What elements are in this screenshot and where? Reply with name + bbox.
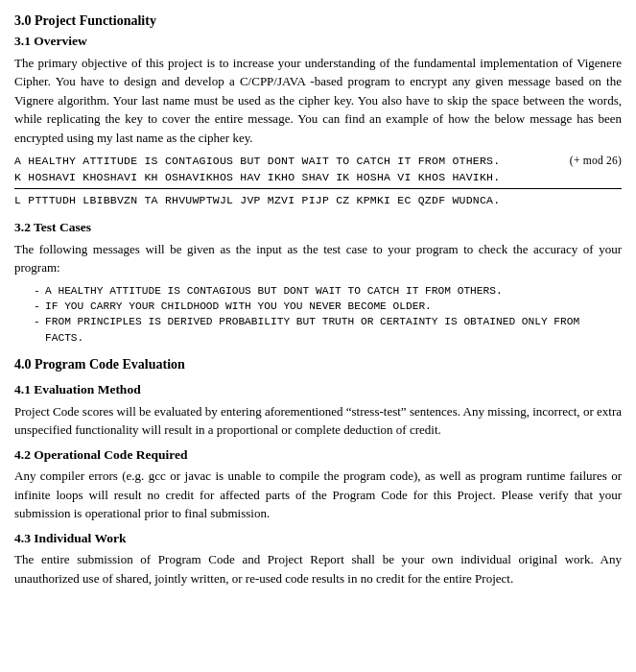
divider-line	[14, 188, 622, 189]
s32-body: The following messages will be given as …	[14, 240, 622, 277]
s41-title: 4.1 Evaluation Method	[14, 380, 622, 399]
s41-section: 4.1 Evaluation Method Project Code score…	[14, 380, 622, 440]
mod-label: (+ mod 26)	[570, 153, 622, 169]
mono-line-1-row: A HEALTHY ATTITUDE IS CONTAGIOUS BUT DON…	[14, 153, 622, 170]
bullet-item-1: A HEALTHY ATTITUDE IS CONTAGIOUS BUT DON…	[34, 283, 622, 299]
s32-section: 3.2 Test Cases The following messages wi…	[14, 218, 622, 346]
s42-body: Any compiler errors (e.g. gcc or javac i…	[14, 467, 622, 523]
bullet-list: A HEALTHY ATTITUDE IS CONTAGIOUS BUT DON…	[34, 283, 622, 346]
s31-title: 3.1 Overview	[14, 32, 622, 51]
s43-body: The entire submission of Program Code an…	[14, 550, 622, 588]
s32-title: 3.2 Test Cases	[14, 218, 622, 237]
bullet-item-2: IF YOU CARRY YOUR CHILDHOOD WITH YOU YOU…	[34, 299, 622, 314]
mono-line-2: K HOSHAVI KHOSHAVI KH OSHAVIKHOS HAV IKH…	[14, 170, 500, 186]
s41-body: Project Code scores will be evaluated by…	[14, 402, 622, 440]
s31-body: The primary objective of this project is…	[14, 54, 622, 148]
s43-title: 4.3 Individual Work	[14, 529, 622, 548]
s42-title: 4.2 Operational Code Required	[14, 445, 622, 465]
s40-title: 4.0 Program Code Evaluation	[14, 355, 622, 374]
mono-line-1: A HEALTHY ATTITUDE IS CONTAGIOUS BUT DON…	[14, 154, 500, 170]
main-title: 3.0 Project Functionality	[14, 12, 622, 31]
mono-line-3: L PTTTUDH LBIBBVZN TA RHVUWPTWJL JVP MZV…	[14, 193, 622, 209]
mono-block: A HEALTHY ATTITUDE IS CONTAGIOUS BUT DON…	[14, 153, 622, 185]
bullet-item-3: FROM PRINCIPLES IS DERIVED PROBABILITY B…	[34, 314, 622, 345]
s43-section: 4.3 Individual Work The entire submissio…	[14, 529, 622, 588]
s40-section: 4.0 Program Code Evaluation	[14, 355, 622, 374]
s42-section: 4.2 Operational Code Required Any compil…	[14, 445, 622, 523]
mono-line-2-row: K HOSHAVI KHOSHAVI KH OSHAVIKHOS HAV IKH…	[14, 170, 622, 186]
